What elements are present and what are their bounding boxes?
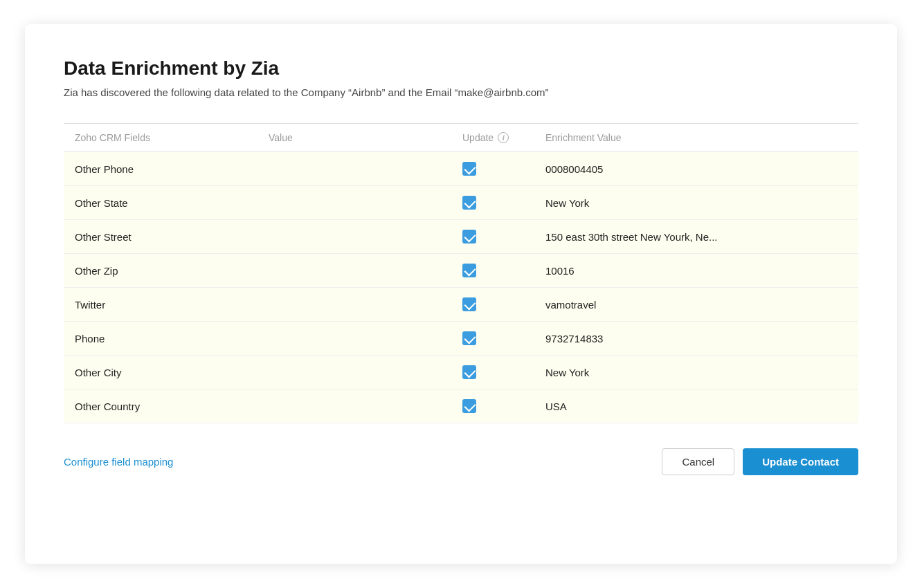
field-value — [257, 288, 451, 322]
cancel-button[interactable]: Cancel — [662, 448, 734, 475]
table-row: Other Phone0008004405 — [64, 152, 858, 186]
update-checkbox[interactable] — [462, 399, 476, 413]
col-header-update: Update i — [451, 124, 534, 152]
update-checkbox[interactable] — [462, 264, 476, 277]
field-name: Phone — [64, 322, 257, 356]
col-header-enrichment: Enrichment Value — [534, 124, 858, 152]
field-value — [257, 220, 451, 254]
enrichment-value: 0008004405 — [534, 152, 858, 186]
field-name: Other State — [64, 186, 257, 220]
update-contact-button[interactable]: Update Contact — [743, 448, 858, 475]
table-row: Phone9732714833 — [64, 322, 858, 356]
table-row: Twittervamotravel — [64, 288, 858, 322]
field-value — [257, 389, 451, 423]
modal-title: Data Enrichment by Zia — [64, 57, 858, 80]
update-checkbox[interactable] — [462, 331, 476, 345]
update-checkbox[interactable] — [462, 162, 476, 176]
table-row: Other Street150 east 30th street New You… — [64, 220, 858, 254]
field-name: Twitter — [64, 288, 257, 322]
field-name: Other Zip — [64, 254, 257, 288]
update-checkbox[interactable] — [462, 196, 476, 210]
field-value — [257, 322, 451, 356]
field-name: Other City — [64, 356, 257, 389]
field-name: Other Country — [64, 389, 257, 423]
update-label: Update — [462, 132, 494, 143]
col-header-fields: Zoho CRM Fields — [64, 124, 257, 152]
enrichment-value: USA — [534, 389, 858, 423]
update-checkbox[interactable] — [462, 365, 476, 379]
update-checkbox[interactable] — [462, 297, 476, 311]
update-cell — [451, 152, 534, 186]
enrichment-value: 150 east 30th street New Yourk, Ne... — [534, 220, 858, 254]
update-checkbox[interactable] — [462, 230, 476, 244]
field-value — [257, 254, 451, 288]
table-row: Other Zip10016 — [64, 254, 858, 288]
enrichment-value: vamotravel — [534, 288, 858, 322]
field-name: Other Phone — [64, 152, 257, 186]
update-cell — [451, 356, 534, 389]
update-cell — [451, 254, 534, 288]
table-row: Other StateNew York — [64, 186, 858, 220]
footer-buttons: Cancel Update Contact — [662, 448, 858, 475]
enrichment-value: New York — [534, 356, 858, 389]
enrichment-value: New York — [534, 186, 858, 220]
modal-footer: Configure field mapping Cancel Update Co… — [64, 448, 858, 475]
table-row: Other CityNew York — [64, 356, 858, 389]
modal-subtitle: Zia has discovered the following data re… — [64, 86, 858, 98]
update-cell — [451, 322, 534, 356]
update-cell — [451, 288, 534, 322]
update-cell — [451, 220, 534, 254]
field-value — [257, 186, 451, 220]
field-value — [257, 356, 451, 389]
update-cell — [451, 186, 534, 220]
info-icon[interactable]: i — [498, 132, 509, 143]
enrichment-value: 9732714833 — [534, 322, 858, 356]
modal-container: Data Enrichment by Zia Zia has discovere… — [25, 24, 897, 564]
enrichment-table: Zoho CRM Fields Value Update i Enrichmen… — [64, 123, 858, 423]
update-cell — [451, 389, 534, 423]
field-name: Other Street — [64, 220, 257, 254]
configure-field-mapping-link[interactable]: Configure field mapping — [64, 456, 173, 468]
col-header-value: Value — [257, 124, 451, 152]
field-value — [257, 152, 451, 186]
table-row: Other CountryUSA — [64, 389, 858, 423]
enrichment-value: 10016 — [534, 254, 858, 288]
